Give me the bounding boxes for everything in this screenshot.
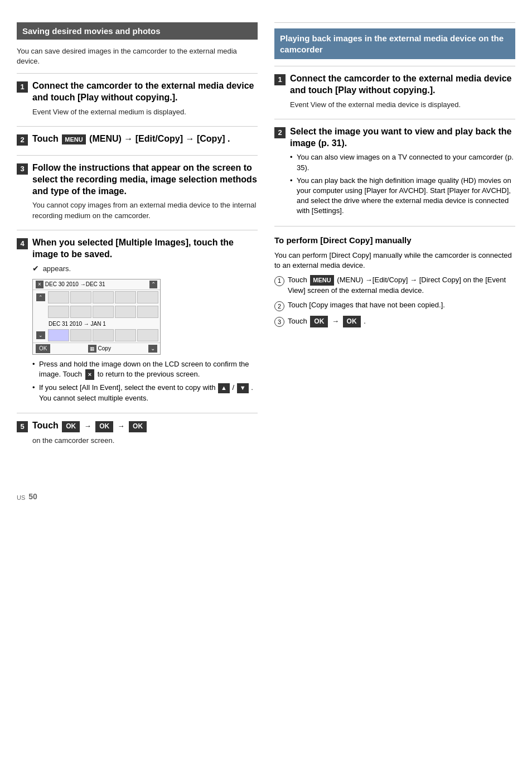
ok-btn-sub3-1: OK: [310, 316, 328, 327]
ok-button-1: OK: [62, 421, 80, 432]
down-button: ▼: [237, 383, 249, 393]
section1-header: Saving desired movies and photos: [17, 22, 258, 40]
divider-2: [17, 126, 258, 127]
footer-area: US 50: [17, 452, 258, 503]
subsection-body: You can perform [Direct Copy] manually w…: [274, 250, 515, 271]
cam-cell-2: [70, 291, 91, 303]
step-1-title: Connect the camcorder to the external me…: [32, 80, 258, 104]
cam-header-left: × DEC 30 2010 →DEC 31: [36, 281, 105, 288]
sub-step-2-content: Touch [Copy images that have not been co…: [288, 300, 445, 310]
right-step-2-content: Select the image you want to view and pl…: [290, 126, 515, 219]
cam-cell-5: [137, 291, 158, 303]
sub-step-1: 1 Touch MENU (MENU) →[Edit/Copy] → [Dire…: [274, 275, 515, 296]
cam-cell-8: [93, 306, 114, 318]
cam-date1: DEC 30 2010 →DEC 31: [45, 281, 105, 288]
sub-step-1-num: 1: [274, 276, 284, 286]
step-4: 4 When you selected [Multiple Images], t…: [17, 237, 258, 406]
step-1-num: 1: [17, 81, 28, 93]
cam-cell-13: [93, 329, 114, 341]
left-column: Saving desired movies and photos You can…: [17, 22, 258, 735]
camera-screen: × DEC 30 2010 →DEC 31 ⌃ ⌃: [32, 279, 161, 355]
right-step-1-content: Connect the camcorder to the external me…: [290, 73, 515, 112]
cam-expand-btn: ⌃: [149, 281, 157, 288]
page: Saving desired movies and photos You can…: [0, 0, 532, 757]
cam-cell-9: [115, 306, 136, 318]
right-bullet-1: You can also view images on a TV connect…: [290, 152, 515, 172]
up-button: ▲: [218, 383, 230, 393]
subsection-title: To perform [Direct Copy] manually: [274, 234, 515, 246]
right-column: Playing back images in the external medi…: [274, 22, 515, 735]
cam-cell-15: [137, 329, 158, 341]
sub-step-1-content: Touch MENU (MENU) →[Edit/Copy] → [Direct…: [288, 275, 515, 296]
step-3: 3 Follow the instructions that appear on…: [17, 162, 258, 223]
right-step-2: 2 Select the image you want to view and …: [274, 126, 515, 219]
bullet-2: If you select [All In Event], select the…: [32, 383, 258, 403]
ok-btn-sub3-2: OK: [343, 316, 361, 327]
right-divider-2: [274, 119, 515, 119]
step-2-title: Touch MENU (MENU) → [Edit/Copy] → [Copy]…: [32, 133, 258, 145]
ok-button-2: OK: [95, 421, 113, 432]
step-2-num: 2: [17, 134, 28, 146]
sub-step-3: 3 Touch OK → OK .: [274, 316, 515, 327]
cam-cell-10: [137, 306, 158, 318]
sub-step-3-content: Touch OK → OK .: [288, 316, 366, 327]
cam-copy-icon: ▦: [88, 345, 96, 353]
divider-4: [17, 230, 258, 230]
step-4-title: When you selected [Multiple Images], tou…: [32, 237, 258, 261]
cam-close-btn: ×: [36, 281, 43, 288]
step-5-body: on the camcorder screen.: [32, 436, 258, 446]
step-4-bullets: Press and hold the image down on the LCD…: [32, 359, 258, 403]
sub-step-2-num: 2: [274, 301, 284, 311]
right-divider-top: [274, 22, 515, 23]
bullet-1: Press and hold the image down on the LCD…: [32, 359, 258, 380]
cam-down-btn[interactable]: ⌄: [36, 331, 45, 340]
right-step-1-body: Event View of the external media device …: [290, 100, 515, 110]
cam-cell-14: [115, 329, 136, 341]
step-2-content: Touch MENU (MENU) → [Edit/Copy] → [Copy]…: [32, 133, 258, 148]
step-5-content: Touch OK → OK → OK on the camcorder scre…: [32, 420, 258, 448]
section2-header: Playing back images in the external medi…: [274, 28, 515, 59]
cam-footer: OK ▦ Copy ⌄: [33, 343, 160, 354]
us-label: US: [17, 494, 25, 502]
right-step-2-title: Select the image you want to view and pl…: [290, 126, 515, 150]
step-3-content: Follow the instructions that appear on t…: [32, 162, 258, 223]
right-divider-1: [274, 66, 515, 66]
step-3-body: You cannot copy images from an external …: [32, 200, 258, 220]
cam-cell-7: [70, 306, 91, 318]
right-step-2-num: 2: [274, 127, 286, 138]
cam-cell-12: [70, 329, 91, 341]
step-4-num: 4: [17, 238, 28, 249]
step-3-num: 3: [17, 163, 28, 175]
divider-5: [17, 413, 258, 413]
step-4-content: When you selected [Multiple Images], tou…: [32, 237, 258, 406]
cam-copy-section: ▦ Copy: [88, 345, 111, 353]
checkmark-icon: ✔: [32, 264, 39, 273]
cam-ok-btn[interactable]: OK: [36, 344, 50, 353]
step-5: 5 Touch OK → OK → OK on the camcorder sc…: [17, 420, 258, 448]
cam-scroll-btn[interactable]: ⌄: [148, 345, 157, 353]
x-button: ×: [85, 369, 94, 380]
cam-date2: DEC 31 2010 → JAN 1: [33, 319, 160, 328]
step-1-body: Event View of the external medium is dis…: [32, 107, 258, 117]
right-step-1-title: Connect the camcorder to the external me…: [290, 73, 515, 97]
step-5-num: 5: [17, 421, 28, 432]
cam-cell-1: [48, 291, 69, 303]
section1-intro: You can save desired images in the camco…: [17, 46, 258, 66]
menu-button-sub1: MENU: [310, 275, 333, 286]
step-1: 1 Connect the camcorder to the external …: [17, 80, 258, 119]
step-3-title: Follow the instructions that appear on t…: [32, 162, 258, 197]
step-4-checkmark: ✔ appears.: [32, 263, 258, 274]
cam-header: × DEC 30 2010 →DEC 31 ⌃: [33, 279, 160, 290]
cam-cell-11: [48, 329, 69, 341]
step-5-title: Touch OK → OK → OK: [32, 420, 258, 432]
right-step-2-bullets: You can also view images on a TV connect…: [290, 152, 515, 216]
cam-up-btn[interactable]: ⌃: [36, 293, 45, 302]
divider-1: [17, 73, 258, 74]
sub-step-2: 2 Touch [Copy images that have not been …: [274, 300, 515, 311]
right-divider-3: [274, 226, 515, 226]
ok-button-3: OK: [129, 421, 147, 432]
right-bullet-2: You can play back the high definition im…: [290, 176, 515, 216]
cam-cell-3: [93, 291, 114, 303]
menu-button-step2: MENU: [62, 134, 85, 144]
step-1-content: Connect the camcorder to the external me…: [32, 80, 258, 119]
